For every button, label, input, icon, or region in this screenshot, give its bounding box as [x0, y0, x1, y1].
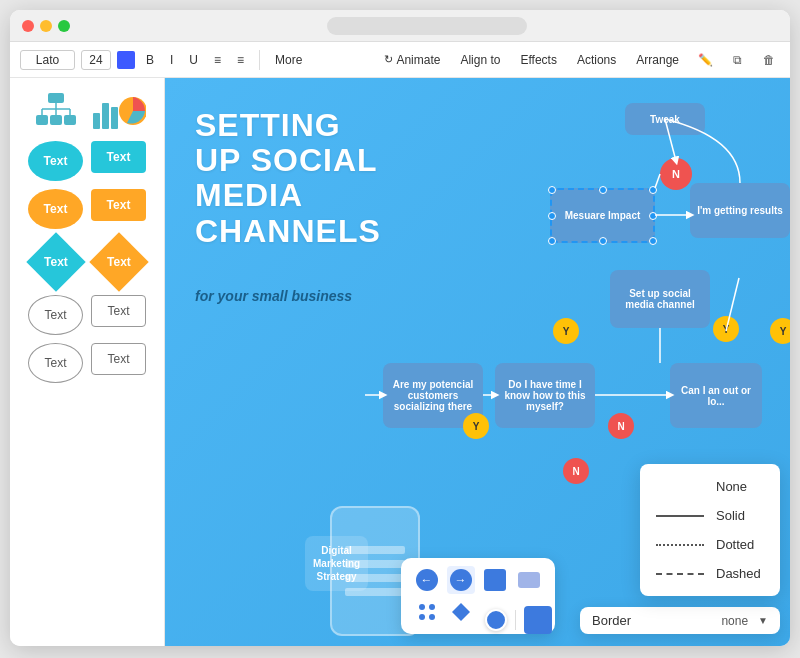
- align-to-button[interactable]: Align to: [455, 51, 505, 69]
- border-label: Border: [592, 613, 631, 628]
- svg-point-21: [419, 604, 425, 610]
- square-button[interactable]: [481, 566, 509, 594]
- border-dropdown[interactable]: None Solid Dotted Dashed: [640, 464, 780, 596]
- rect-teal-shape[interactable]: Text: [91, 141, 146, 173]
- align-center-button[interactable]: ≡: [232, 51, 249, 69]
- border-bar[interactable]: Border none ▼: [580, 607, 780, 634]
- flow-circle-y1[interactable]: Y: [553, 318, 579, 344]
- more-button[interactable]: More: [270, 51, 307, 69]
- arrow-right-button[interactable]: →: [447, 566, 475, 594]
- flow-box-setup[interactable]: Set up social media channel: [610, 270, 710, 328]
- dots-button[interactable]: [413, 598, 441, 626]
- trash-icon[interactable]: 🗑: [758, 49, 780, 71]
- border-option-none[interactable]: None: [640, 472, 780, 501]
- outline-shapes-row2: Text Text: [18, 343, 156, 383]
- flow-box-tweak[interactable]: Tweak: [625, 103, 705, 135]
- border-dropdown-arrow[interactable]: ▼: [758, 615, 768, 626]
- fill-color-swatch[interactable]: [524, 606, 552, 634]
- flow-box-getting[interactable]: I'm getting results: [690, 183, 790, 238]
- square-light-icon: [518, 572, 540, 588]
- arrange-button[interactable]: Arrange: [631, 51, 684, 69]
- circle-outline2-shape[interactable]: Text: [28, 343, 83, 383]
- border-label-solid: Solid: [716, 508, 745, 523]
- border-option-solid[interactable]: Solid: [640, 501, 780, 530]
- maximize-button[interactable]: [58, 20, 70, 32]
- flow-box-measure[interactable]: Mesuare Impact: [550, 188, 655, 243]
- svg-marker-25: [452, 603, 470, 621]
- toolbar-separator: [259, 50, 260, 70]
- font-size-input[interactable]: 24: [81, 50, 111, 70]
- svg-rect-9: [93, 113, 100, 129]
- diamond-button[interactable]: [447, 598, 475, 626]
- close-button[interactable]: [22, 20, 34, 32]
- flow-circle-y3[interactable]: Y: [770, 318, 790, 344]
- chart-icons-row: [18, 88, 156, 133]
- arrow-left-button[interactable]: ←: [413, 566, 441, 594]
- rect-orange-shape[interactable]: Text: [91, 189, 146, 221]
- flow-circle-y2[interactable]: Y: [713, 316, 739, 342]
- svg-point-22: [429, 604, 435, 610]
- color-dot[interactable]: [485, 609, 507, 631]
- flow-circle-n1[interactable]: N: [660, 158, 692, 190]
- font-color-picker[interactable]: [117, 51, 135, 69]
- color-border-area: [485, 606, 552, 634]
- arrow-left-icon: ←: [416, 569, 438, 591]
- sidebar: Text Text Text Text Text: [10, 78, 165, 646]
- font-selector[interactable]: Lato: [20, 50, 75, 70]
- diamond-orange-wrapper[interactable]: Text: [91, 237, 146, 287]
- flow-circle-n2[interactable]: N: [608, 413, 634, 439]
- underline-button[interactable]: U: [184, 51, 203, 69]
- flow-box-dohave[interactable]: Do I have time I know how to this myself…: [495, 363, 595, 428]
- search-bar[interactable]: [327, 17, 527, 35]
- minimize-button[interactable]: [40, 20, 52, 32]
- align-left-button[interactable]: ≡: [209, 51, 226, 69]
- border-preview-dashed: [656, 573, 704, 575]
- orange-shapes-row: Text Text: [18, 189, 156, 229]
- diamond-shapes-row: Text Text: [18, 237, 156, 287]
- effects-button[interactable]: Effects: [515, 51, 561, 69]
- separator: [515, 610, 516, 630]
- svg-rect-7: [50, 115, 62, 125]
- bold-button[interactable]: B: [141, 51, 159, 69]
- canvas-area[interactable]: SETTING UP SOCIAL MEDIA CHANNELS for you…: [165, 78, 790, 646]
- main-window: Lato 24 B I U ≡ ≡ More ↻ Animate Align t…: [10, 10, 790, 646]
- diamond-teal-shape[interactable]: Text: [26, 232, 85, 291]
- italic-button[interactable]: I: [165, 51, 178, 69]
- pen-icon[interactable]: ✏️: [694, 49, 716, 71]
- slide-content: SETTING UP SOCIAL MEDIA CHANNELS for you…: [165, 78, 790, 646]
- flow-circle-y4[interactable]: Y: [463, 413, 489, 439]
- flow-circle-n3[interactable]: N: [563, 458, 589, 484]
- flow-box-cani[interactable]: Can I an out or lo...: [670, 363, 762, 428]
- border-preview-solid: [656, 515, 704, 517]
- svg-point-24: [429, 614, 435, 620]
- svg-point-23: [419, 614, 425, 620]
- border-label-dotted: Dotted: [716, 537, 754, 552]
- circle-teal-shape[interactable]: Text: [28, 141, 83, 181]
- border-option-dashed[interactable]: Dashed: [640, 559, 780, 588]
- square-light-button[interactable]: [515, 566, 543, 594]
- border-label-none: None: [716, 479, 747, 494]
- org-chart-icon[interactable]: [28, 88, 83, 133]
- border-option-dotted[interactable]: Dotted: [640, 530, 780, 559]
- title-bar: [10, 10, 790, 42]
- slide-title: SETTING UP SOCIAL MEDIA CHANNELS: [195, 108, 381, 249]
- phone-line-1: [345, 546, 405, 554]
- diamond-orange-shape[interactable]: Text: [89, 232, 148, 291]
- rect-outline-shape[interactable]: Text: [91, 295, 146, 327]
- square-icon: [484, 569, 506, 591]
- bar-pie-chart-icon[interactable]: [91, 88, 146, 133]
- border-value: none: [721, 614, 748, 628]
- actions-button[interactable]: Actions: [572, 51, 621, 69]
- animate-button[interactable]: ↻ Animate: [379, 51, 445, 69]
- copy-icon[interactable]: ⧉: [726, 49, 748, 71]
- circle-orange-shape[interactable]: Text: [28, 189, 83, 229]
- outline-shapes-row1: Text Text: [18, 295, 156, 335]
- rect-outline2-shape[interactable]: Text: [91, 343, 146, 375]
- svg-rect-10: [102, 103, 109, 129]
- svg-rect-6: [36, 115, 48, 125]
- diamond-teal-wrapper[interactable]: Text: [28, 237, 83, 287]
- toolbar: Lato 24 B I U ≡ ≡ More ↻ Animate Align t…: [10, 42, 790, 78]
- toolbar-right: ↻ Animate Align to Effects Actions Arran…: [379, 49, 780, 71]
- circle-outline-shape[interactable]: Text: [28, 295, 83, 335]
- phone-line-4: [345, 588, 405, 596]
